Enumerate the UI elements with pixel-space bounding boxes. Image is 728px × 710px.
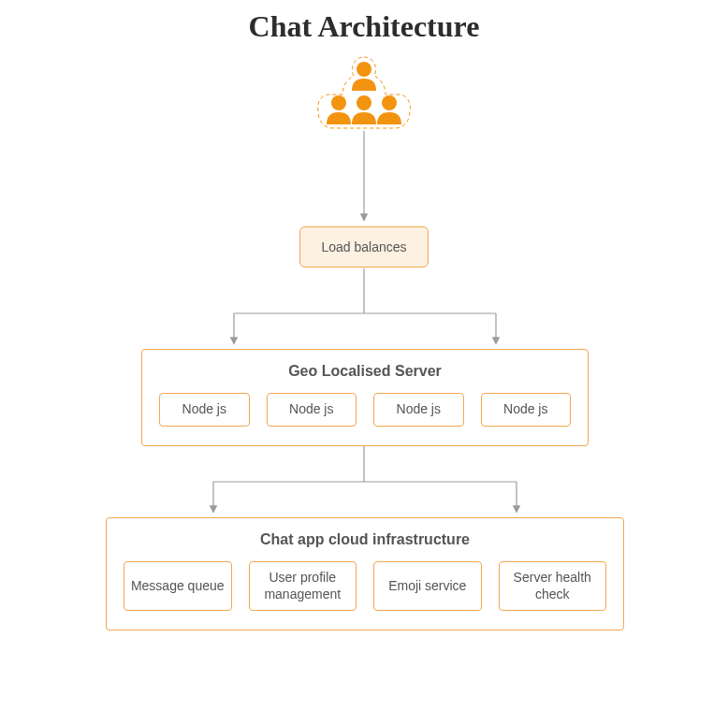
svg-point-12	[382, 95, 397, 110]
diagram-title: Chat Architecture	[0, 0, 728, 44]
service-box: Server health check	[499, 561, 607, 611]
svg-point-9	[357, 62, 371, 77]
architecture-diagram: Load balances Geo Localised Server Node …	[0, 44, 728, 699]
service-box: Message queue	[124, 561, 232, 611]
infrastructure-services: Message queue User profile management Em…	[124, 561, 606, 611]
node-box: Node js	[481, 393, 572, 427]
load-balancer-box: Load balances	[299, 226, 429, 268]
node-box: Node js	[373, 393, 464, 427]
geo-server-container: Geo Localised Server Node js Node js Nod…	[141, 349, 589, 446]
node-box: Node js	[159, 393, 250, 427]
service-box: User profile management	[249, 561, 357, 611]
load-balancer-label: Load balances	[321, 239, 406, 254]
infrastructure-title: Chat app cloud infrastructure	[124, 531, 606, 548]
svg-point-10	[331, 95, 346, 110]
geo-server-nodes: Node js Node js Node js Node js	[159, 393, 571, 427]
infrastructure-container: Chat app cloud infrastructure Message qu…	[106, 517, 624, 630]
users-icon	[313, 53, 415, 136]
node-box: Node js	[267, 393, 357, 427]
svg-point-11	[357, 95, 371, 110]
service-box: Emoji service	[373, 561, 482, 611]
geo-server-title: Geo Localised Server	[159, 363, 571, 380]
